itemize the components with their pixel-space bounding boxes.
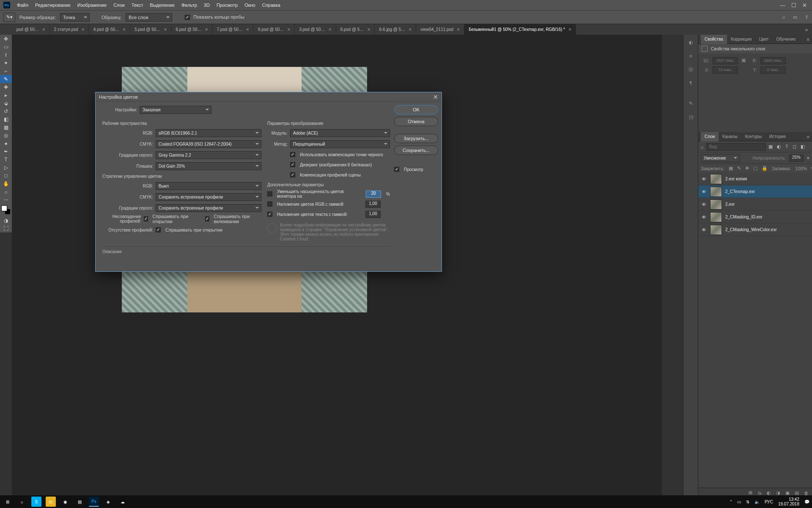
layer-visibility-icon[interactable]: 👁 bbox=[701, 189, 707, 194]
marquee-tool[interactable]: ▭ bbox=[0, 43, 12, 51]
color-swatch[interactable] bbox=[0, 204, 12, 216]
history-brush-tool[interactable]: ↺ bbox=[0, 107, 12, 115]
close-button[interactable]: ✕ bbox=[802, 2, 807, 8]
layer-visibility-icon[interactable]: 👁 bbox=[701, 202, 707, 207]
trash-icon[interactable]: 🗑 bbox=[804, 491, 809, 496]
tab-history[interactable]: История bbox=[765, 132, 790, 141]
dialog-close-icon[interactable]: ✕ bbox=[433, 94, 438, 100]
link-wh-icon[interactable]: ⌘ bbox=[741, 58, 746, 64]
taskbar-clock[interactable]: 13:42 19.07.2018 bbox=[778, 497, 799, 506]
menu-layers[interactable]: Слои bbox=[110, 0, 128, 10]
tab-properties[interactable]: Свойства bbox=[701, 35, 727, 44]
panel-menu-icon[interactable]: ≡ bbox=[804, 37, 812, 42]
tab-channels[interactable]: Каналы bbox=[719, 132, 741, 141]
lock-all-icon[interactable]: 🔒 bbox=[762, 166, 768, 171]
load-button[interactable]: Загрузить... bbox=[394, 134, 438, 143]
save-button[interactable]: Сохранить... bbox=[394, 146, 438, 155]
ws-cmyk-dropdown[interactable]: Coated FOGRA39 (ISO 12647-2:2004) bbox=[156, 140, 261, 148]
ws-rgb-dropdown[interactable]: sRGB IEC61966-2.1 bbox=[156, 129, 261, 137]
quick-select-tool[interactable]: ✦ bbox=[0, 59, 12, 67]
document-tab[interactable]: view04_2111.psd× bbox=[416, 24, 464, 35]
tab-close-icon[interactable]: × bbox=[123, 27, 126, 33]
tool-preset-button[interactable]: ✎▾ bbox=[3, 13, 15, 22]
document-tab[interactable]: 6.psd @ 50…× bbox=[171, 24, 212, 35]
menu-text[interactable]: Текст bbox=[128, 0, 147, 10]
ws-gray-dropdown[interactable]: Gray Gamma 2.2 bbox=[156, 151, 261, 159]
tray-volume-icon[interactable]: 🔈 bbox=[754, 500, 760, 504]
show-ring-option[interactable]: Показать кольцо пробы bbox=[185, 14, 244, 20]
tab-layers[interactable]: Слои bbox=[701, 132, 719, 141]
workspace-icon[interactable]: ▭ bbox=[793, 14, 797, 20]
document-tab[interactable]: 5.psd @ 50…× bbox=[130, 24, 171, 35]
menu-view[interactable]: Просмотр bbox=[213, 0, 241, 10]
search-taskbar-icon[interactable]: ⌕ bbox=[17, 497, 27, 507]
document-tab[interactable]: 4.psd @ 50…× bbox=[89, 24, 130, 35]
engine-dropdown[interactable]: Adobe (ACE) bbox=[290, 129, 390, 137]
layer-thumbnail[interactable] bbox=[710, 212, 722, 222]
blend-mode-dropdown[interactable]: Умножение bbox=[701, 154, 740, 162]
minimize-button[interactable]: — bbox=[780, 2, 785, 8]
tab-close-icon[interactable]: × bbox=[205, 27, 208, 33]
screenmode-icon[interactable]: ⛶ bbox=[0, 224, 12, 232]
layer-filter-input[interactable] bbox=[706, 143, 766, 151]
lock-artboard-icon[interactable]: ▢ bbox=[753, 166, 757, 171]
blend-text-field[interactable]: 1,00 bbox=[365, 211, 381, 218]
lock-position-icon[interactable]: ✥ bbox=[745, 166, 749, 171]
opacity-field[interactable]: 25% bbox=[789, 155, 804, 162]
document-tab[interactable]: 3.psd @ 50…× bbox=[295, 24, 336, 35]
strip-icon-4[interactable]: ¶ bbox=[683, 77, 698, 89]
filter-pixel-icon[interactable]: ▦ bbox=[768, 144, 773, 149]
document-tab[interactable]: 6-6.jpg @ 5…× bbox=[375, 24, 416, 35]
strip-icon-5[interactable]: ✎ bbox=[683, 97, 698, 109]
mismatch-paste-checkbox[interactable] bbox=[205, 216, 209, 221]
explorer-icon[interactable]: 🗀 bbox=[46, 497, 56, 507]
chrome-icon[interactable]: ◉ bbox=[60, 497, 70, 507]
layer-visibility-icon[interactable]: 👁 bbox=[701, 177, 707, 182]
tab-close-icon[interactable]: × bbox=[246, 27, 249, 33]
sample-size-dropdown[interactable]: Точка bbox=[60, 13, 90, 22]
strat-gray-dropdown[interactable]: Сохранять встроенные профили bbox=[156, 204, 261, 212]
move-tool[interactable]: ✥ bbox=[0, 35, 12, 43]
pen-tool[interactable]: ✒ bbox=[0, 147, 12, 155]
tray-battery-icon[interactable]: ▭ bbox=[737, 500, 741, 504]
layer-row[interactable]: 👁2.exr копия bbox=[698, 173, 812, 185]
search-icon[interactable]: ⌕ bbox=[782, 14, 785, 20]
layer-visibility-icon[interactable]: 👁 bbox=[701, 227, 707, 232]
lock-paint-icon[interactable]: ✎ bbox=[737, 166, 741, 171]
cancel-button[interactable]: Отмена bbox=[394, 117, 438, 126]
blur-tool[interactable]: ◎ bbox=[0, 131, 12, 139]
tab-learn[interactable]: Обучение bbox=[773, 35, 800, 44]
tab-adjustments[interactable]: Коррекция bbox=[727, 35, 755, 44]
tab-close-icon[interactable]: × bbox=[568, 27, 571, 33]
opacity-flyout-icon[interactable]: ▾ bbox=[807, 155, 809, 161]
preview-checkbox[interactable] bbox=[394, 167, 399, 172]
document-tab[interactable]: 2 статуя.psd× bbox=[50, 24, 89, 35]
gradient-tool[interactable]: ▦ bbox=[0, 123, 12, 131]
tray-network-icon[interactable]: ⇅ bbox=[746, 500, 749, 504]
photoshop-taskbar-icon[interactable]: Ps bbox=[89, 497, 99, 507]
document-tab[interactable]: Безымянный1 @ 50% (2_CTexmap.exr, RGB/16… bbox=[464, 24, 576, 35]
app-icon-3[interactable]: ☁ bbox=[118, 497, 128, 507]
document-tab[interactable]: 8.psd @ 50…× bbox=[254, 24, 295, 35]
tab-close-icon[interactable]: × bbox=[329, 27, 332, 33]
zoom-tool[interactable]: ⌕ bbox=[0, 188, 12, 196]
hand-tool[interactable]: ✋ bbox=[0, 179, 12, 188]
filter-icon[interactable]: ⌕ bbox=[701, 144, 704, 149]
shape-tool[interactable]: □ bbox=[0, 171, 12, 179]
strat-rgb-dropdown[interactable]: Выкл bbox=[156, 182, 261, 190]
strip-icon-1[interactable]: ◐ bbox=[683, 36, 698, 48]
maximize-button[interactable]: ☐ bbox=[791, 2, 796, 8]
scene-checkbox[interactable] bbox=[290, 172, 295, 177]
tab-color[interactable]: Цвет bbox=[755, 35, 772, 44]
menu-select[interactable]: Выделение bbox=[147, 0, 178, 10]
menu-file[interactable]: Файл bbox=[14, 0, 32, 10]
menu-edit[interactable]: Редактирование bbox=[32, 0, 74, 10]
tab-close-icon[interactable]: × bbox=[42, 27, 45, 33]
eraser-tool[interactable]: ◧ bbox=[0, 115, 12, 123]
share-icon[interactable]: ⇪ bbox=[805, 14, 809, 20]
show-ring-checkbox[interactable] bbox=[185, 15, 190, 20]
ok-button[interactable]: OK bbox=[394, 105, 438, 114]
document-tab[interactable]: .psd @ 50…× bbox=[11, 24, 50, 35]
layer-row[interactable]: 👁2_CMasking_WireColor.exr bbox=[698, 224, 812, 236]
lock-pixels-icon[interactable]: ▦ bbox=[729, 166, 733, 171]
